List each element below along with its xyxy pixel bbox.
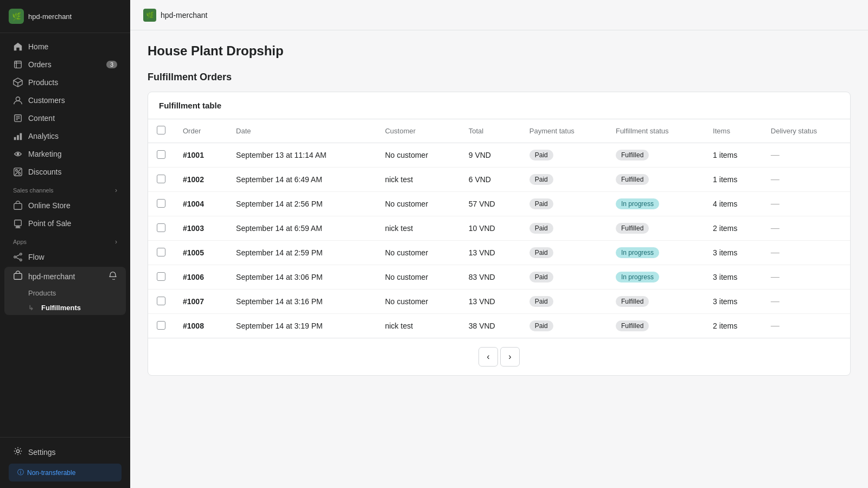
- payment-badge: Paid: [529, 296, 553, 307]
- table-row[interactable]: #1004 September 14 at 2:56 PM No custome…: [148, 192, 850, 216]
- merchant-selector[interactable]: 🌿 hpd-merchant: [7, 4, 124, 28]
- row-items: 1 items: [704, 143, 762, 168]
- row-customer: No customer: [376, 143, 460, 168]
- sidebar-item-content[interactable]: Content: [4, 110, 126, 127]
- col-checkbox: [148, 119, 174, 143]
- sub-arrow-icon: ↳: [28, 304, 34, 312]
- svg-line-5: [18, 80, 22, 83]
- table-row[interactable]: #1008 September 14 at 3:19 PM nick test …: [148, 314, 850, 338]
- row-items: 3 items: [704, 265, 762, 290]
- row-select-checkbox[interactable]: [157, 321, 165, 330]
- sidebar-item-discounts[interactable]: Discounts: [4, 163, 126, 181]
- order-link[interactable]: #1006: [183, 273, 204, 281]
- order-link[interactable]: #1007: [183, 297, 204, 306]
- products-icon: [13, 78, 23, 87]
- row-order: #1008: [174, 314, 227, 338]
- table-row[interactable]: #1001 September 13 at 11:14 AM No custom…: [148, 143, 850, 168]
- col-customer[interactable]: Customer: [376, 119, 460, 143]
- chevron-right-icon: ›: [115, 238, 117, 246]
- next-page-button[interactable]: ›: [500, 347, 520, 367]
- sidebar-item-analytics[interactable]: Analytics: [4, 127, 126, 145]
- sidebar-item-settings[interactable]: Settings: [4, 442, 126, 461]
- order-link[interactable]: #1002: [183, 175, 204, 184]
- svg-point-29: [16, 450, 19, 452]
- sidebar-item-point-of-sale[interactable]: Point of Sale: [4, 215, 126, 232]
- order-link[interactable]: #1005: [183, 248, 204, 257]
- col-date[interactable]: Date: [227, 119, 376, 143]
- merchant-name: hpd-merchant: [28, 12, 72, 21]
- row-customer: No customer: [376, 265, 460, 290]
- sub-item-fulfillments[interactable]: ↳ Fulfillments: [4, 300, 126, 315]
- row-payment: Paid: [521, 216, 607, 241]
- row-select-checkbox[interactable]: [157, 199, 165, 208]
- col-order[interactable]: Order: [174, 119, 227, 143]
- table-row[interactable]: #1003 September 14 at 6:59 AM nick test …: [148, 216, 850, 241]
- table-wrapper: Order Date Customer Total Payment tatus …: [148, 119, 850, 338]
- prev-page-button[interactable]: ‹: [478, 347, 498, 367]
- fulfillment-badge: Fulfilled: [616, 150, 649, 160]
- topbar-merchant-name: hpd-merchant: [161, 11, 207, 20]
- delivery-value: —: [771, 175, 780, 184]
- order-link[interactable]: #1004: [183, 200, 204, 208]
- col-fulfillment[interactable]: Fulfillment status: [607, 119, 704, 143]
- row-select-checkbox[interactable]: [157, 297, 165, 305]
- svg-rect-21: [16, 226, 19, 227]
- row-payment: Paid: [521, 168, 607, 192]
- row-select-checkbox[interactable]: [157, 272, 165, 281]
- sidebar-item-flow[interactable]: Flow: [4, 248, 126, 266]
- row-order: #1005: [174, 241, 227, 265]
- delivery-value: —: [771, 199, 780, 208]
- row-delivery: —: [762, 290, 850, 314]
- section-title: Fulfillment Orders: [148, 72, 851, 83]
- svg-point-25: [20, 259, 22, 261]
- topbar-merchant-icon: 🌿: [143, 9, 156, 22]
- row-fulfillment: Fulfilled: [607, 168, 704, 192]
- col-items[interactable]: Items: [704, 119, 762, 143]
- sidebar-item-label: Customers: [28, 96, 65, 105]
- row-date: September 13 at 11:14 AM: [227, 143, 376, 168]
- col-payment[interactable]: Payment tatus: [521, 119, 607, 143]
- table-row[interactable]: #1007 September 14 at 3:16 PM No custome…: [148, 290, 850, 314]
- table-row[interactable]: #1005 September 14 at 2:59 PM No custome…: [148, 241, 850, 265]
- row-select-checkbox[interactable]: [157, 223, 165, 232]
- sub-item-label: Products: [28, 289, 56, 297]
- table-row[interactable]: #1006 September 14 at 3:06 PM No custome…: [148, 265, 850, 290]
- sidebar-item-label: Content: [28, 114, 55, 123]
- col-total[interactable]: Total: [460, 119, 521, 143]
- row-select-checkbox[interactable]: [157, 248, 165, 256]
- table-header-row: Order Date Customer Total Payment tatus …: [148, 119, 850, 143]
- sidebar-item-customers[interactable]: Customers: [4, 92, 126, 109]
- merchant-sub-header[interactable]: hpd-merchant: [4, 267, 126, 286]
- row-customer: No customer: [376, 192, 460, 216]
- row-checkbox: [148, 241, 174, 265]
- payment-badge: Paid: [529, 247, 553, 258]
- select-all-checkbox[interactable]: [157, 126, 165, 134]
- sidebar-item-orders[interactable]: Orders 3: [4, 56, 126, 73]
- orders-badge: 3: [106, 61, 117, 68]
- sub-item-products[interactable]: Products: [4, 286, 126, 300]
- sidebar-item-products[interactable]: Products: [4, 74, 126, 91]
- order-link[interactable]: #1008: [183, 322, 204, 330]
- table-row[interactable]: #1002 September 14 at 6:49 AM nick test …: [148, 168, 850, 192]
- sidebar-item-online-store[interactable]: Online Store: [4, 197, 126, 214]
- order-link[interactable]: #1003: [183, 224, 204, 233]
- sidebar-item-marketing[interactable]: Marketing: [4, 145, 126, 163]
- sidebar-item-home[interactable]: Home: [4, 38, 126, 55]
- row-total: 13 VND: [460, 241, 521, 265]
- sidebar: 🌿 hpd-merchant Home Orders 3 Products: [0, 0, 130, 488]
- sidebar-item-label: Point of Sale: [28, 219, 71, 228]
- svg-rect-0: [15, 61, 22, 68]
- customers-icon: [13, 95, 23, 105]
- row-select-checkbox[interactable]: [157, 150, 165, 159]
- order-link[interactable]: #1001: [183, 151, 204, 159]
- card-header: Fulfillment table: [148, 92, 850, 119]
- row-payment: Paid: [521, 241, 607, 265]
- bell-icon[interactable]: [108, 271, 117, 281]
- delivery-value: —: [771, 223, 780, 233]
- page-title: House Plant Dropship: [148, 43, 851, 59]
- fulfillment-badge: Fulfilled: [616, 223, 649, 234]
- payment-badge: Paid: [529, 272, 553, 282]
- content-icon: [13, 113, 23, 123]
- row-select-checkbox[interactable]: [157, 175, 165, 183]
- col-delivery[interactable]: Delivery status: [762, 119, 850, 143]
